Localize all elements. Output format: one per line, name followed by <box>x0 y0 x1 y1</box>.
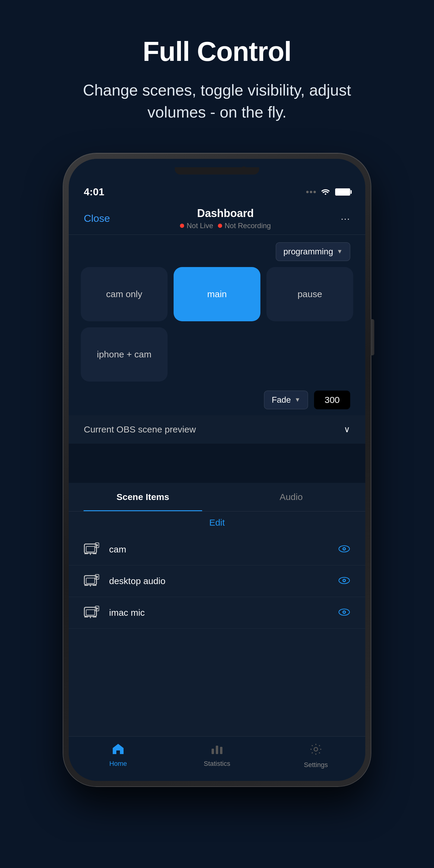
wifi-icon <box>321 187 330 197</box>
hero-title: Full Control <box>143 36 291 67</box>
scene-item-cam[interactable]: cam <box>69 534 365 565</box>
scene-item-desktop-audio[interactable]: desktop audio <box>69 565 365 597</box>
scene-item-mic-name: imac mic <box>109 608 145 618</box>
scene-item-cam-left: cam <box>84 542 126 557</box>
svg-point-30 <box>344 611 345 613</box>
transition-chevron-icon: ▼ <box>294 396 301 403</box>
app-content: Close Dashboard Not Live Not Recording <box>69 201 365 781</box>
preview-chevron-icon: ∨ <box>344 424 350 434</box>
svg-rect-12 <box>86 578 95 584</box>
live-dot <box>180 224 184 228</box>
tabs-container: Scene Items Audio <box>69 483 365 512</box>
settings-label: Settings <box>304 761 328 769</box>
svg-point-0 <box>325 193 327 195</box>
svg-point-20 <box>344 580 345 581</box>
svg-rect-2 <box>86 547 95 552</box>
source-icon <box>84 574 101 588</box>
source-icon <box>84 542 101 557</box>
preview-area <box>69 444 365 483</box>
bottom-nav-settings[interactable]: Settings <box>267 743 365 769</box>
phone-outer: 4:01 <box>63 153 371 786</box>
svg-rect-32 <box>216 746 218 754</box>
hero-subtitle: Change scenes, toggle visibility, adjust… <box>82 79 352 123</box>
home-icon <box>112 743 125 757</box>
edit-bar: Edit <box>69 512 365 534</box>
bottom-nav-home[interactable]: Home <box>69 743 167 769</box>
svg-rect-22 <box>86 610 95 615</box>
scene-item-audio-left: desktop audio <box>84 574 165 588</box>
scene-button-cam-only[interactable]: cam only <box>81 267 167 321</box>
not-recording-indicator: Not Recording <box>218 221 271 230</box>
edit-button[interactable]: Edit <box>209 518 225 527</box>
svg-point-10 <box>344 548 345 550</box>
svg-point-17 <box>96 576 98 578</box>
scene-dropdown[interactable]: programming ▼ <box>276 242 350 261</box>
recording-dot <box>218 224 222 228</box>
bottom-nav: Home Statistics <box>69 736 365 781</box>
status-bar: 4:01 <box>69 183 365 201</box>
more-button[interactable]: ··· <box>341 213 350 224</box>
notch-bar <box>175 167 259 175</box>
home-label: Home <box>110 760 127 768</box>
scene-item-cam-name: cam <box>109 544 126 555</box>
visibility-toggle-cam[interactable] <box>338 545 350 554</box>
not-live-label: Not Live <box>187 221 213 230</box>
transition-bar: Fade ▼ 300 <box>69 388 365 415</box>
visibility-toggle-mic[interactable] <box>338 608 350 618</box>
tab-scene-items[interactable]: Scene Items <box>69 483 217 511</box>
visibility-toggle-audio[interactable] <box>338 576 350 586</box>
phone-inner: 4:01 <box>69 159 365 781</box>
close-button[interactable]: Close <box>84 213 110 224</box>
scene-button-iphone-cam[interactable]: iphone + cam <box>81 327 167 381</box>
camera-dot <box>241 166 247 172</box>
status-time: 4:01 <box>84 186 104 198</box>
source-icon <box>84 606 101 620</box>
statistics-icon <box>210 743 224 757</box>
battery-icon <box>335 188 350 195</box>
svg-point-34 <box>314 747 318 751</box>
statistics-label: Statistics <box>204 760 230 768</box>
svg-rect-31 <box>212 749 214 754</box>
scene-item-mic-left: imac mic <box>84 606 145 620</box>
settings-icon <box>309 743 322 758</box>
status-icons <box>306 187 350 197</box>
transition-type-label: Fade <box>272 395 291 405</box>
preview-section: Current OBS scene preview ∨ <box>69 415 365 483</box>
transition-type-dropdown[interactable]: Fade ▼ <box>264 391 308 409</box>
chevron-down-icon: ▼ <box>337 248 343 255</box>
nav-title: Dashboard <box>180 207 271 220</box>
transition-duration-input[interactable]: 300 <box>314 391 350 409</box>
scene-grid: cam only main pause iphone + cam <box>69 267 365 388</box>
nav-status: Not Live Not Recording <box>180 221 271 230</box>
scene-dropdown-label: programming <box>283 247 333 256</box>
signal-icon <box>306 191 316 193</box>
svg-point-27 <box>96 608 98 610</box>
scene-button-main[interactable]: main <box>174 267 260 321</box>
phone-notch <box>69 159 365 183</box>
nav-center: Dashboard Not Live Not Recording <box>180 207 271 230</box>
svg-point-7 <box>96 544 98 546</box>
phone-mockup: 4:01 <box>63 153 371 786</box>
scene-item-audio-name: desktop audio <box>109 576 165 586</box>
scene-button-pause[interactable]: pause <box>267 267 353 321</box>
scene-item-imac-mic[interactable]: imac mic <box>69 597 365 629</box>
not-recording-label: Not Recording <box>224 221 271 230</box>
scene-selector: programming ▼ <box>69 235 365 267</box>
bottom-nav-statistics[interactable]: Statistics <box>167 743 267 769</box>
not-live-indicator: Not Live <box>180 221 213 230</box>
scene-items-section: Edit <box>69 512 365 736</box>
nav-bar: Close Dashboard Not Live Not Recording <box>69 201 365 235</box>
preview-title: Current OBS scene preview <box>84 424 196 435</box>
svg-rect-33 <box>220 747 222 754</box>
preview-header[interactable]: Current OBS scene preview ∨ <box>69 415 365 444</box>
tab-audio[interactable]: Audio <box>217 483 365 511</box>
